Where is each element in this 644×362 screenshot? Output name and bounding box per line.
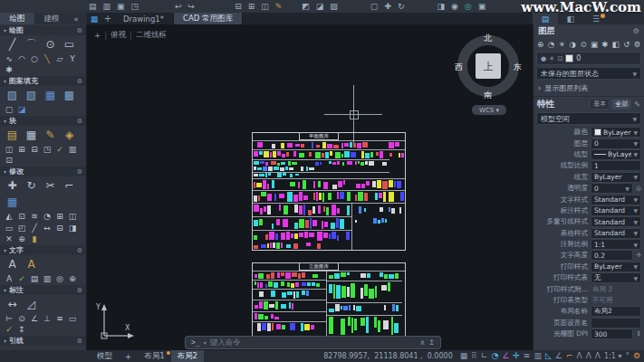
section-gear-icon[interactable]: ⚙ [77, 27, 82, 34]
property-field[interactable]: 0.2 [591, 250, 633, 261]
property-field[interactable]: ByLayer▼ [591, 127, 641, 138]
dropdown-caret-icon[interactable]: ▼ [633, 230, 638, 236]
dropdown-caret-icon[interactable]: ▼ [625, 186, 630, 192]
plot-settings-icon[interactable]: ⊞ [248, 3, 255, 11]
property-field[interactable]: 1:1▼ [591, 239, 641, 250]
angular-dim-icon[interactable]: ∠ [28, 313, 41, 324]
dimension-icon[interactable]: ↔ [3, 296, 22, 312]
mtext-icon[interactable]: A [3, 256, 22, 272]
hatch-user-icon[interactable]: ▧ [22, 87, 41, 103]
section-gear-icon[interactable]: ⚙ [77, 287, 82, 294]
dropdown-caret-icon[interactable]: ▼ [633, 263, 638, 270]
property-field[interactable]: ByLayer▼ [591, 262, 641, 272]
layer-color-icon[interactable]: ▣ [590, 39, 600, 50]
section-header-0[interactable]: ▾绘图⚙ [0, 25, 86, 35]
annotate-icon[interactable]: ◨ [437, 3, 445, 11]
new-drawing-tab-button[interactable]: + [101, 13, 114, 24]
aligned-dim-icon[interactable]: ◿ [22, 296, 41, 312]
edit-text-icon[interactable]: A [3, 273, 15, 284]
gradient-icon[interactable]: ▦ [41, 87, 60, 103]
section-collapse-icon[interactable]: ▾ [4, 27, 6, 33]
property-field[interactable]: Standard▼ [591, 228, 641, 239]
property-field[interactable]: 布局2 [591, 306, 641, 317]
pick-on-screen-icon[interactable]: ✛ [636, 252, 641, 259]
drawing-canvas[interactable]: +|俯视|二维线框 北 西 东 南 上 WCS ▾ Y X 平面图库立面图库 [87, 24, 533, 350]
delete-icon[interactable]: ✕ [3, 233, 15, 244]
layout-tab-1[interactable]: + [119, 350, 138, 362]
match-properties-icon[interactable]: ✎ [275, 3, 283, 11]
grid-icon[interactable]: ▦ [460, 352, 468, 360]
section-header-2[interactable]: ▾块⚙ [0, 116, 86, 126]
property-field[interactable]: Standard▼ [591, 195, 641, 205]
clip-icon[interactable]: ◳ [41, 144, 53, 155]
section-gear-icon[interactable]: ⚙ [77, 247, 82, 254]
pan-icon[interactable]: ✚ [384, 3, 391, 11]
ray-icon[interactable]: Υ [66, 53, 79, 64]
layer-freeze-icon[interactable]: ◑ [568, 39, 578, 50]
command-expand-icon[interactable]: ∧ [419, 338, 425, 347]
section-collapse-icon[interactable]: ▾ [4, 287, 6, 293]
property-field[interactable]: ByLayer▼ [591, 172, 641, 183]
dropdown-caret-icon[interactable]: ▼ [633, 174, 638, 180]
viewcube-east-label[interactable]: 东 [514, 62, 522, 73]
layer-unisolate-icon[interactable]: ◧ [610, 39, 620, 50]
print-icon[interactable]: ⊟ [235, 3, 242, 11]
text-style-icon[interactable]: ▤ [28, 273, 41, 284]
base-point-icon[interactable]: ⊞ [15, 144, 28, 155]
isodraft-icon[interactable]: ∠ [502, 352, 509, 360]
ucs-toggle-icon[interactable]: ⌐ [566, 352, 573, 360]
annotation-icon[interactable]: Λ [595, 352, 601, 360]
viewport-controls[interactable]: +|俯视|二维线框 [94, 30, 167, 41]
layer-state-dropdown[interactable]: 未保存的图层状态▼ [536, 67, 641, 80]
copy-object-icon[interactable]: ◫ [66, 211, 79, 222]
layers-menu-icon[interactable]: ⚙ [633, 27, 639, 35]
transparency-icon[interactable]: ▥ [533, 352, 542, 360]
layer-settings-icon[interactable]: ⚙ [632, 39, 642, 50]
dropdown-caret-icon[interactable]: ▼ [633, 242, 638, 248]
section-header-5[interactable]: ▾标注⚙ [0, 285, 86, 295]
lengthen-icon[interactable]: ↔ [41, 223, 53, 233]
section-header-4[interactable]: ▾文字⚙ [0, 245, 86, 255]
properties-filter-0[interactable]: 基本 [590, 99, 610, 110]
property-field[interactable] [591, 318, 641, 329]
stepper-icon[interactable]: ↕ [636, 330, 641, 338]
property-field[interactable]: 1 [591, 160, 641, 171]
polyline-icon[interactable]: ⌒ [22, 36, 41, 52]
dropdown-caret-icon[interactable]: ▼ [633, 140, 638, 147]
show-layer-list-toggle[interactable]: › 显示图层列表 [533, 81, 644, 97]
line-icon[interactable]: ╱ [3, 36, 22, 52]
section-header-3[interactable]: ▾修改⚙ [0, 167, 86, 176]
property-field[interactable]: ByLayer▼ [591, 149, 641, 160]
autoscale-icon[interactable]: Λ [586, 352, 591, 360]
command-share-icon[interactable]: ↥ [428, 338, 435, 347]
copy-icon[interactable]: ◫ [261, 3, 269, 11]
justify-text-icon[interactable]: ◎ [53, 273, 66, 284]
attach-icon[interactable]: ⊟ [28, 144, 41, 155]
new-file-icon[interactable]: ▤ [89, 3, 97, 11]
palette-tab-1[interactable]: 建模 [34, 13, 69, 24]
section-header-6[interactable]: ▾引线⚙ [0, 336, 86, 346]
property-field[interactable]: Standard▼ [591, 216, 641, 227]
annotation-visibility-icon[interactable]: Λ [576, 352, 582, 360]
section-header-1[interactable]: ▾图案填充⚙ [0, 76, 86, 86]
property-field[interactable]: 无▼ [591, 272, 641, 283]
layer-state-icon[interactable]: ◔ [546, 39, 556, 50]
chamfer-icon[interactable]: ◨ [66, 223, 79, 233]
explode-icon[interactable]: ⊞ [53, 211, 66, 222]
zoom-window-icon[interactable]: ▢ [370, 3, 379, 11]
rectangle-icon[interactable]: ▭ [60, 36, 79, 52]
layer-lock-toggle[interactable]: ⊡ [557, 55, 562, 62]
undo-icon[interactable]: ↩ [175, 3, 182, 11]
array-icon[interactable]: ▦ [3, 194, 22, 210]
palette-tab-0[interactable]: 绘图 [0, 13, 34, 24]
properties-edit-icon[interactable]: ✎ [634, 100, 640, 109]
purge-icon[interactable]: ⊡ [3, 155, 15, 166]
viewcube-south-label[interactable]: 南 [484, 90, 492, 101]
section-collapse-icon[interactable]: ▾ [4, 247, 6, 253]
transparency-icon[interactable]: ◎ [636, 185, 641, 192]
extend-icon[interactable]: ╱ [28, 223, 41, 233]
single-text-icon[interactable]: A [22, 256, 41, 272]
refresh-icon[interactable]: ◎ [465, 3, 472, 11]
dropdown-caret-icon[interactable]: ▼ [633, 129, 638, 136]
document-tab-0[interactable]: Drawing1* [114, 13, 174, 24]
